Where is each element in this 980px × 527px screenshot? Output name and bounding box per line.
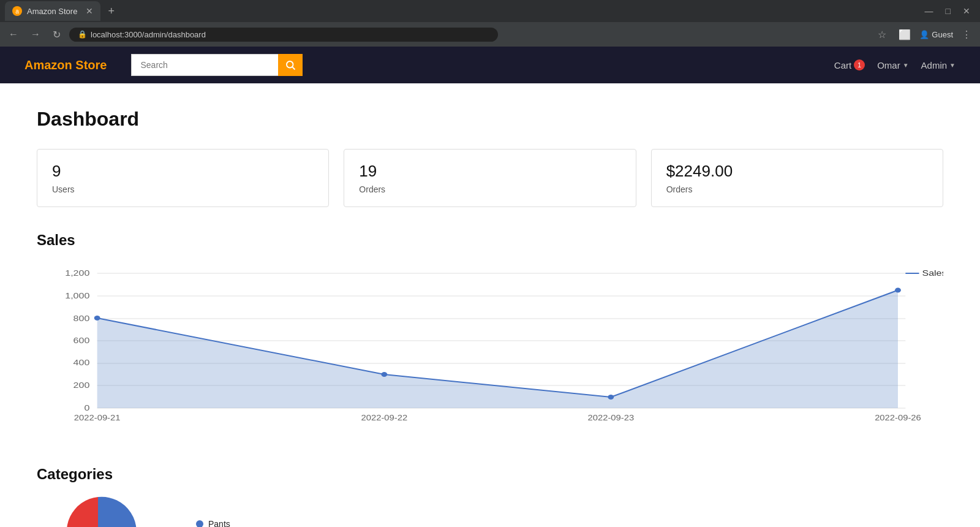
svg-text:400: 400 xyxy=(74,358,90,366)
chart-point xyxy=(895,288,901,293)
svg-text:2022-09-26: 2022-09-26 xyxy=(875,414,921,422)
stat-card-users: 9 Users xyxy=(37,149,329,207)
window-controls: — □ ✕ xyxy=(920,5,975,17)
cart-link[interactable]: Cart 1 xyxy=(834,59,865,70)
sales-title: Sales xyxy=(37,232,943,249)
chart-point xyxy=(608,395,614,400)
search-button[interactable] xyxy=(278,54,303,76)
main-content: Dashboard 9 Users 19 Orders $2249.00 Ord… xyxy=(0,83,980,527)
page-title: Dashboard xyxy=(37,108,943,131)
browser-user-button[interactable]: 👤 Guest xyxy=(919,30,953,39)
browser-action-buttons: ☆ ⬜ 👤 Guest ⋮ xyxy=(874,26,975,43)
stat-label-revenue: Orders xyxy=(666,184,928,194)
user-name: Omar xyxy=(877,60,900,70)
brand-logo[interactable]: Amazon Store xyxy=(24,58,107,72)
minimize-button[interactable]: — xyxy=(920,5,938,17)
reload-button[interactable]: ↻ xyxy=(49,26,64,43)
forward-button[interactable]: → xyxy=(27,26,44,42)
search-form xyxy=(131,54,303,76)
app-navbar: Amazon Store Cart 1 Omar ▼ Admin ▼ xyxy=(0,47,980,83)
lock-icon: 🔒 xyxy=(78,30,87,39)
cart-label: Cart xyxy=(834,60,851,70)
active-tab[interactable]: a Amazon Store ✕ xyxy=(5,1,100,21)
stat-card-orders: 19 Orders xyxy=(344,149,636,207)
stats-row: 9 Users 19 Orders $2249.00 Orders xyxy=(37,149,943,207)
stat-value-orders: 19 xyxy=(359,162,620,181)
bookmark-icon[interactable]: ☆ xyxy=(874,26,890,43)
tab-favicon: a xyxy=(12,6,22,16)
url-text: localhost:3000/admin/dashboard xyxy=(91,30,206,39)
pie-chart xyxy=(37,495,159,527)
svg-text:600: 600 xyxy=(74,336,90,344)
user-chevron-icon: ▼ xyxy=(903,62,909,69)
stat-value-users: 9 xyxy=(52,162,314,181)
legend-item-pants: Pants xyxy=(196,519,230,527)
svg-line-1 xyxy=(293,67,295,69)
maximize-button[interactable]: □ xyxy=(941,5,956,17)
sales-chart: 1,200 1,000 800 600 400 200 0 xyxy=(37,261,943,433)
cart-badge: 1 xyxy=(854,59,865,70)
extensions-icon[interactable]: ⬜ xyxy=(895,26,914,43)
browser-tabs-bar: a Amazon Store ✕ + — □ ✕ xyxy=(0,0,980,22)
user-dropdown[interactable]: Omar ▼ xyxy=(877,60,908,70)
close-button[interactable]: ✕ xyxy=(958,5,975,17)
stat-label-orders: Orders xyxy=(359,184,620,194)
tab-title: Amazon Store xyxy=(27,7,77,16)
categories-section: Categories Pants Shirts xyxy=(37,466,943,527)
chart-area xyxy=(97,290,898,409)
svg-text:1,200: 1,200 xyxy=(65,268,89,277)
pants-legend-label: Pants xyxy=(208,519,230,527)
svg-text:1,000: 1,000 xyxy=(65,291,89,300)
svg-text:2022-09-21: 2022-09-21 xyxy=(74,414,121,422)
pie-chart-area: Pants Shirts xyxy=(37,495,943,527)
svg-point-0 xyxy=(287,61,293,68)
nav-right: Cart 1 Omar ▼ Admin ▼ xyxy=(834,59,956,70)
chart-point xyxy=(381,372,387,377)
admin-chevron-icon: ▼ xyxy=(949,62,956,69)
stat-card-revenue: $2249.00 Orders xyxy=(651,149,943,207)
close-tab-button[interactable]: ✕ xyxy=(86,6,93,16)
admin-label: Admin xyxy=(921,60,948,70)
sales-section: Sales 1,200 1,000 xyxy=(37,232,943,435)
chart-legend-label: Sales xyxy=(922,268,943,277)
search-icon xyxy=(285,59,296,70)
search-input[interactable] xyxy=(131,54,278,76)
svg-text:2022-09-23: 2022-09-23 xyxy=(587,414,634,422)
svg-text:200: 200 xyxy=(74,381,90,389)
svg-text:2022-09-22: 2022-09-22 xyxy=(361,414,407,422)
admin-dropdown[interactable]: Admin ▼ xyxy=(921,60,956,70)
svg-text:800: 800 xyxy=(74,314,90,322)
pie-legend: Pants Shirts xyxy=(196,519,230,527)
new-tab-button[interactable]: + xyxy=(104,5,118,18)
address-bar-row: ← → ↻ 🔒 localhost:3000/admin/dashboard ☆… xyxy=(0,22,980,47)
back-button[interactable]: ← xyxy=(5,26,22,42)
svg-text:0: 0 xyxy=(84,403,89,412)
browser-user-label: Guest xyxy=(932,30,953,39)
user-avatar-icon: 👤 xyxy=(919,30,929,39)
categories-title: Categories xyxy=(37,466,943,483)
address-input[interactable]: 🔒 localhost:3000/admin/dashboard xyxy=(69,28,498,42)
stat-label-users: Users xyxy=(52,184,314,194)
pants-legend-dot xyxy=(196,520,203,527)
more-options-icon[interactable]: ⋮ xyxy=(958,26,975,43)
stat-value-revenue: $2249.00 xyxy=(666,162,928,181)
chart-point xyxy=(94,316,100,320)
